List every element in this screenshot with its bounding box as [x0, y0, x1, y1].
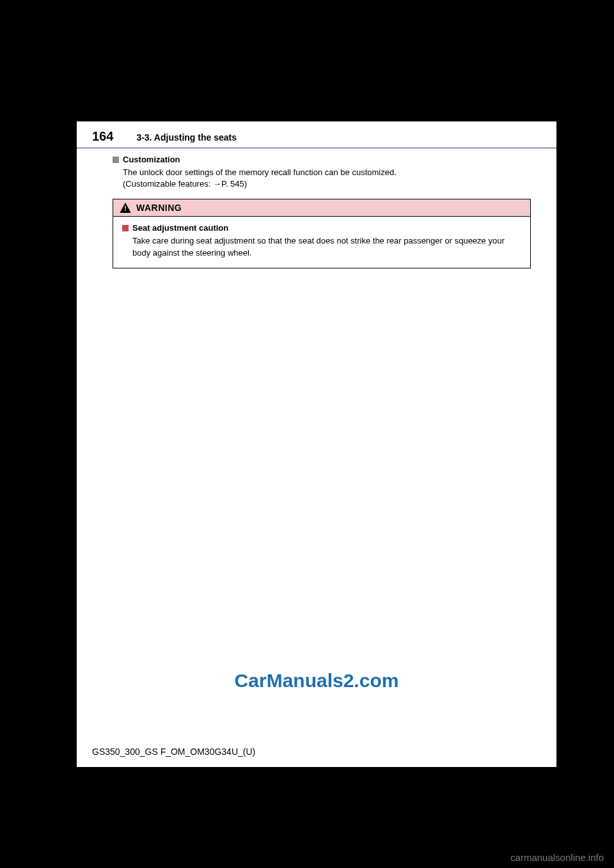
svg-text:!: ! — [124, 205, 126, 212]
warning-label: WARNING — [136, 203, 182, 213]
warning-header: ! WARNING — [113, 199, 530, 217]
warning-sub-heading: Seat adjustment caution — [132, 223, 228, 233]
page-number: 164 — [92, 129, 113, 144]
customization-heading: Customization — [123, 155, 180, 164]
footer-code: GS350_300_GS F_OM_OM30G34U_(U) — [92, 747, 255, 757]
customization-heading-row: Customization — [113, 155, 531, 164]
warning-triangle-icon: ! — [120, 203, 131, 213]
page-content: Customization The unlock door settings o… — [77, 148, 556, 268]
customization-text-2: (Customizable features: →P. 545) — [123, 178, 531, 190]
watermark-main: CarManuals2.com — [235, 670, 399, 692]
customization-text-1: The unlock door settings of the memory r… — [123, 167, 531, 178]
warning-box: ! WARNING Seat adjustment caution Take c… — [113, 199, 531, 268]
warning-sub-heading-row: Seat adjustment caution — [122, 223, 521, 233]
red-square-bullet-icon — [122, 225, 129, 231]
warning-body: Seat adjustment caution Take care during… — [113, 217, 530, 267]
warning-body-text: Take care during seat adjustment so that… — [132, 235, 521, 258]
section-title: 3-3. Adjusting the seats — [136, 132, 237, 143]
watermark-bottom: carmanualsonline.info — [510, 852, 604, 863]
square-bullet-icon — [113, 157, 119, 163]
manual-page: 164 3-3. Adjusting the seats Customizati… — [77, 121, 556, 767]
page-header: 164 3-3. Adjusting the seats — [77, 121, 556, 148]
